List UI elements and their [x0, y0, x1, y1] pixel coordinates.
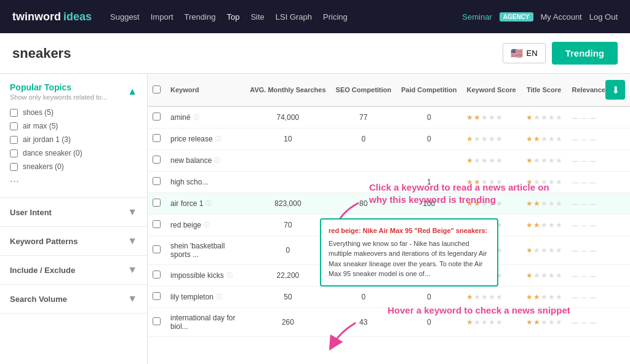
- keyword-text[interactable]: aminé: [170, 113, 191, 122]
- info-icon[interactable]: ⓘ: [214, 156, 220, 165]
- user-intent-header[interactable]: User Intent ▼: [10, 207, 137, 218]
- title-score-stars: ★★★★★: [526, 156, 562, 165]
- nav-trending[interactable]: Trending: [185, 12, 216, 22]
- table-row[interactable]: high scho... 1 ★★★★★ ★★★★★ — — —: [148, 172, 630, 193]
- row-checkbox[interactable]: [153, 245, 161, 253]
- seo-competition-cell: 80: [331, 193, 396, 215]
- my-account-link[interactable]: My Account: [541, 12, 582, 22]
- tooltip-popup: red beige: Nike Air Max 95 "Red Beige" s…: [320, 218, 498, 287]
- more-topics-button[interactable]: ···: [10, 173, 137, 189]
- language-button[interactable]: 🇺🇸 EN: [503, 43, 546, 63]
- seminar-link[interactable]: Seminar: [462, 12, 492, 22]
- nav-pricing[interactable]: Pricing: [323, 12, 348, 22]
- popular-topics-header[interactable]: Popular Topics Show only keywords relate…: [10, 82, 137, 101]
- search-volume-header[interactable]: Search Volume ▼: [10, 293, 137, 304]
- star-icon: ★: [533, 221, 540, 229]
- keyword-patterns-header[interactable]: Keyword Patterns ▼: [10, 235, 137, 247]
- main-layout: Popular Topics Show only keywords relate…: [0, 74, 630, 364]
- star-icon: ★: [488, 199, 495, 208]
- keyword-text[interactable]: price release: [170, 135, 213, 143]
- keyword-cell[interactable]: shein 'basketball sports ...: [165, 236, 245, 265]
- log-out-link[interactable]: Log Out: [589, 12, 618, 22]
- keyword-cell[interactable]: high scho...: [165, 172, 245, 193]
- info-icon[interactable]: ⓘ: [204, 221, 210, 229]
- star-icon: ★: [488, 318, 495, 326]
- info-icon[interactable]: ⓘ: [215, 135, 221, 143]
- keyword-score-stars: ★★★★★: [466, 156, 516, 165]
- keyword-text[interactable]: international day for biol...: [170, 314, 240, 331]
- keyword-cell[interactable]: impossible kicks ⓘ: [165, 265, 245, 287]
- title-score-cell: ★★★★★: [521, 215, 567, 236]
- info-icon[interactable]: ⓘ: [193, 113, 199, 122]
- keyword-text[interactable]: impossible kicks: [170, 271, 224, 280]
- keyword-cell[interactable]: air force 1 ⓘ: [165, 193, 245, 215]
- keyword-cell[interactable]: lily templeton ⓘ: [165, 287, 245, 308]
- star-icon: ★: [474, 178, 480, 186]
- table-row[interactable]: price release ⓘ 10 0 0 ★★★★★ ★★★★★ — — —: [148, 129, 630, 150]
- table-row[interactable]: air force 1 ⓘ 823,000 80 100 ★★★★★ ★★★★★…: [148, 193, 630, 215]
- topic-sneakers-label: sneakers (0): [23, 162, 64, 171]
- table-row[interactable]: new balance ⓘ ★★★★★ ★★★★★ — — —: [148, 150, 630, 172]
- nav-suggest[interactable]: Suggest: [110, 12, 140, 22]
- star-icon: ★: [526, 178, 533, 186]
- keyword-cell[interactable]: international day for biol...: [165, 308, 245, 337]
- paid-competition-cell: 1: [396, 172, 461, 193]
- keyword-text[interactable]: lily templeton: [170, 293, 213, 301]
- star-icon: ★: [556, 113, 562, 122]
- relevance-bar: — — —: [572, 179, 597, 186]
- download-button[interactable]: ⬇: [605, 80, 625, 100]
- keyword-text[interactable]: red beige: [170, 221, 201, 229]
- popular-topics-subtitle: Show only keywords related to...: [10, 93, 107, 101]
- topic-dance-sneaker-checkbox[interactable]: [10, 149, 18, 157]
- star-icon: ★: [548, 178, 555, 186]
- keyword-cell[interactable]: red beige ⓘ: [165, 215, 245, 236]
- include-exclude-header[interactable]: Include / Exclude ▼: [10, 264, 137, 275]
- title-score-stars: ★★★★★: [526, 293, 562, 301]
- row-checkbox[interactable]: [153, 271, 161, 279]
- topic-air-jordan-checkbox[interactable]: [10, 136, 18, 144]
- topic-air-jordan-label: air jordan 1 (3): [23, 135, 71, 144]
- info-icon[interactable]: ⓘ: [216, 293, 222, 301]
- popular-topics-section: Popular Topics Show only keywords relate…: [0, 74, 147, 198]
- select-all-checkbox[interactable]: [153, 85, 161, 93]
- relevance-label: Relevance: [572, 86, 605, 93]
- table-row[interactable]: lily templeton ⓘ 50 0 0 ★★★★★ ★★★★★ — — …: [148, 287, 630, 308]
- row-checkbox[interactable]: [153, 199, 161, 207]
- keyword-text[interactable]: shein 'basketball sports ...: [170, 242, 240, 259]
- relevance-header: Relevance ⬇: [567, 74, 630, 106]
- star-icon: ★: [481, 156, 488, 165]
- title-score-header: Title Score: [521, 74, 567, 106]
- keyword-patterns-section: Keyword Patterns ▼: [0, 227, 147, 256]
- nav-lsi-graph[interactable]: LSI Graph: [276, 12, 312, 22]
- keyword-text[interactable]: high scho...: [170, 178, 208, 186]
- table-row[interactable]: international day for biol... 260 43 0 ★…: [148, 308, 630, 337]
- star-icon: ★: [548, 135, 555, 143]
- info-icon[interactable]: ⓘ: [205, 199, 212, 208]
- topic-sneakers-checkbox[interactable]: [10, 163, 18, 171]
- topic-air-max-checkbox[interactable]: [10, 122, 18, 130]
- row-checkbox[interactable]: [153, 156, 161, 164]
- relevance-bar: — — —: [572, 136, 597, 143]
- trending-button[interactable]: Trending: [552, 42, 618, 65]
- info-icon[interactable]: ⓘ: [226, 271, 233, 280]
- keyword-text[interactable]: air force 1: [170, 199, 203, 208]
- row-checkbox-cell: [148, 215, 165, 236]
- nav-site[interactable]: Site: [250, 12, 264, 22]
- row-checkbox[interactable]: [153, 177, 161, 185]
- star-icon: ★: [533, 271, 540, 280]
- row-checkbox[interactable]: [153, 292, 161, 300]
- keyword-cell[interactable]: new balance ⓘ: [165, 150, 245, 172]
- table-row[interactable]: aminé ⓘ 74,000 77 0 ★★★★★ ★★★★★ — — —: [148, 106, 630, 129]
- keyword-cell[interactable]: aminé ⓘ: [165, 106, 245, 129]
- nav-top[interactable]: Top: [226, 12, 239, 22]
- topic-shoes-checkbox[interactable]: [10, 109, 18, 117]
- nav-import[interactable]: Import: [151, 12, 173, 22]
- row-checkbox[interactable]: [153, 134, 161, 142]
- avg-monthly-cell: [245, 172, 330, 193]
- row-checkbox[interactable]: [153, 113, 161, 121]
- search-term: sneakers: [12, 46, 71, 61]
- row-checkbox[interactable]: [153, 220, 161, 228]
- keyword-text[interactable]: new balance: [170, 156, 212, 165]
- keyword-cell[interactable]: price release ⓘ: [165, 129, 245, 150]
- row-checkbox[interactable]: [153, 317, 161, 325]
